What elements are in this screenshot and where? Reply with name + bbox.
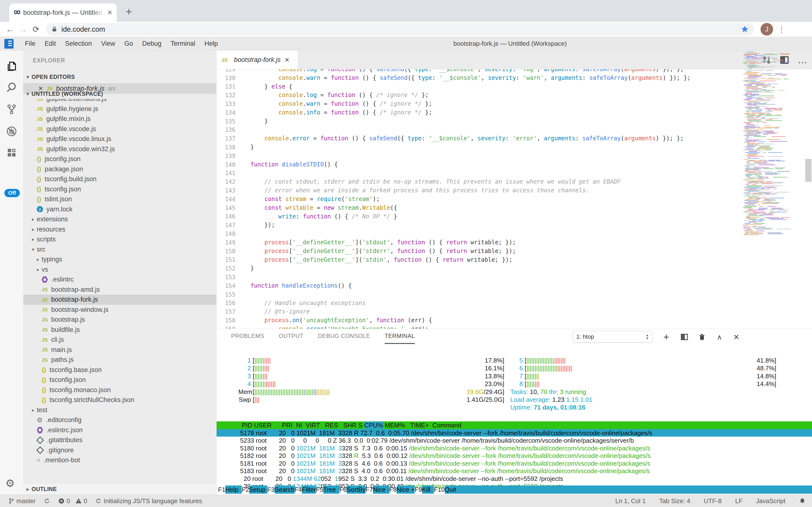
maximize-panel-icon[interactable]: ∧	[714, 331, 725, 342]
tab-size[interactable]: Tab Size: 4	[659, 497, 690, 505]
tree-item-gulpfile.hygiene.js[interactable]: JSgulpfile.hygiene.js	[23, 104, 216, 114]
tree-item-extensions[interactable]: ▸extensions	[23, 214, 216, 224]
sync-button[interactable]	[44, 498, 50, 504]
menu-debug[interactable]: Debug	[142, 40, 162, 47]
url-text[interactable]: ide.coder.com	[61, 25, 741, 34]
extensions-icon[interactable]	[6, 147, 17, 159]
tree-item-gulpfile.vscode.linux.js[interactable]: JSgulpfile.vscode.linux.js	[23, 134, 216, 144]
notifications-bell[interactable]	[799, 498, 806, 504]
forward-icon[interactable]: →	[16, 25, 29, 34]
more-actions-icon[interactable]: …	[798, 54, 808, 65]
tree-item-resources[interactable]: ▸resources	[23, 224, 216, 235]
tree-item-.eslintrc[interactable]: .eslintrc	[23, 275, 216, 285]
tree-item-gulpfile.extensions.js[interactable]: JSgulpfile.extensions.js	[23, 99, 216, 104]
problems-indicator[interactable]: 0 0	[58, 497, 87, 505]
panel-tab-output[interactable]: OUTPUT	[279, 329, 303, 344]
workspace-section[interactable]: ▾ UNTITLED (WORKSPACE)	[23, 89, 216, 99]
process-row[interactable]: 5233 root 20 0 0 0 0 Z 36.3 0.0 0:02.79 …	[216, 437, 812, 444]
process-row[interactable]: 5183 root 20 0 1021M 181M 3328 S 4.0 0.6…	[216, 467, 812, 475]
tree-item-src[interactable]: ▾src	[23, 244, 216, 255]
tree-item-typings[interactable]: ▸typings	[23, 255, 216, 265]
tree-item-buildfile.js[interactable]: JSbuildfile.js	[23, 325, 216, 335]
tree-item-.gitattributes[interactable]: .gitattributes	[23, 435, 216, 445]
menu-terminal[interactable]: Terminal	[171, 40, 195, 47]
encoding[interactable]: UTF-8	[704, 497, 722, 505]
bookmark-star-icon[interactable]	[741, 25, 749, 34]
new-tab-button[interactable]: +	[126, 6, 132, 17]
menu-go[interactable]: Go	[124, 40, 133, 47]
panel-tab-terminal[interactable]: TERMINAL	[385, 329, 415, 344]
open-editors-section[interactable]: ▾ OPEN EDITORS	[23, 72, 216, 82]
search-icon[interactable]	[6, 81, 17, 93]
close-panel-icon[interactable]: ✕	[731, 331, 742, 342]
tree-item-gulpfile.mixin.js[interactable]: JSgulpfile.mixin.js	[23, 114, 216, 124]
avatar[interactable]: J	[760, 23, 773, 36]
language-status[interactable]: Initializing JS/TS language features	[95, 497, 202, 505]
tree-item-bootstrap-window.js[interactable]: JSbootstrap-window.js	[23, 305, 216, 315]
menu-edit[interactable]: Edit	[45, 40, 56, 47]
editor-tab-close-icon[interactable]: ✕	[285, 57, 289, 63]
process-row[interactable]: 5178 root 20 0 1021M 181M 3328 R 72.7 0.…	[216, 429, 812, 437]
terminal-select[interactable]: 1: htop ▲▼	[573, 331, 652, 342]
tree-item-test[interactable]: ▸test	[23, 405, 216, 415]
tree-item-.editorconfig[interactable]: ⚙.editorconfig	[23, 415, 216, 425]
explorer-icon[interactable]	[6, 60, 17, 72]
tree-item-bootstrap-amd.js[interactable]: JSbootstrap-amd.js	[23, 285, 216, 295]
editor-scrollbar[interactable]	[805, 159, 812, 182]
tree-item-scripts[interactable]: ▸scripts	[23, 234, 216, 244]
kill-terminal-icon[interactable]	[696, 331, 707, 342]
cursor-position[interactable]: Ln 1, Col 1	[615, 497, 646, 505]
panel-tab-debug-console[interactable]: DEBUG CONSOLE	[318, 329, 370, 344]
tree-item-tsconfig.json[interactable]: {}tsconfig.json	[23, 184, 216, 194]
tree-item-bootstrap.js[interactable]: JSbootstrap.js	[23, 315, 216, 325]
source-control-icon[interactable]	[6, 103, 17, 115]
process-row[interactable]: 5181 root 20 0 1021M 181M 3328 S 4.6 0.6…	[216, 460, 812, 467]
app-logo-icon[interactable]	[4, 39, 13, 49]
manage-gear-icon[interactable]: ⚙	[5, 477, 15, 489]
browser-tab-close-icon[interactable]: ✕	[107, 9, 112, 16]
language-mode[interactable]: JavaScript	[756, 497, 786, 505]
panel-tab-problems[interactable]: PROBLEMS	[231, 329, 264, 344]
tree-item-tslint.json[interactable]: {}tslint.json	[23, 194, 216, 205]
outline-section[interactable]: ▸ OUTLINE	[23, 483, 216, 495]
reload-icon[interactable]: ⟳	[29, 24, 43, 34]
menu-selection[interactable]: Selection	[65, 40, 92, 47]
tree-item-gulpfile.vscode.js[interactable]: JSgulpfile.vscode.js	[23, 124, 216, 134]
process-row[interactable]: 5180 root 20 0 1021M 181M 3328 S 7.3 0.6…	[216, 444, 812, 452]
tree-item-.gitignore[interactable]: .gitignore	[23, 445, 216, 455]
tree-item-bootstrap-fork.js[interactable]: JSbootstrap-fork.js	[23, 295, 216, 305]
debug-disabled-icon[interactable]	[6, 125, 17, 137]
eol[interactable]: LF	[735, 497, 742, 505]
tree-item-gulpfile.vscode.win32.js[interactable]: JSgulpfile.vscode.win32.js	[23, 144, 216, 154]
tree-item-package.json[interactable]: {}package.json	[23, 164, 216, 174]
process-row[interactable]: 5182 root 20 0 1021M 181M 3328 R 5.3 0.6…	[216, 452, 812, 460]
menu-help[interactable]: Help	[204, 40, 218, 47]
menu-view[interactable]: View	[101, 40, 115, 47]
code-editor[interactable]: 129 console.log = function () { safeSend…	[216, 69, 812, 330]
tree-item-paths.js[interactable]: JSpaths.js	[23, 355, 216, 365]
tree-item-tsconfig.build.json[interactable]: {}tsconfig.build.json	[23, 174, 216, 184]
tree-item-cli.js[interactable]: JScli.js	[23, 335, 216, 345]
browser-menu-icon[interactable]: ⋮	[778, 25, 786, 34]
editor-tab[interactable]: JS bootstrap-fork.js ✕	[216, 51, 298, 69]
browser-tab[interactable]: bootstrap-fork.js — Untitled (W ✕	[9, 3, 117, 22]
terminal-content[interactable]: 1 [||||||||||17.8%]5 [||||||||||||||||||…	[238, 344, 812, 495]
tree-item-main.js[interactable]: JSmain.js	[23, 345, 216, 355]
tree-item-yarn.lock[interactable]: yyarn.lock	[23, 205, 216, 215]
tree-item-.mention-bot[interactable]: ≡.mention-bot	[23, 455, 216, 465]
tree-item-.eslintrc.json[interactable]: .eslintrc.json	[23, 425, 216, 435]
tree-item-jsconfig.json[interactable]: {}jsconfig.json	[23, 154, 216, 164]
process-row[interactable]: 20 root 20 0 1344M 62052 1952 S 3.3 0.2 …	[216, 475, 812, 483]
menu-file[interactable]: File	[25, 40, 36, 47]
tree-item-tsconfig.monaco.json[interactable]: {}tsconfig.monaco.json	[23, 385, 216, 395]
split-terminal-icon[interactable]	[679, 331, 690, 342]
telemetry-off-badge[interactable]: Off	[4, 189, 20, 197]
branch-indicator[interactable]: master	[8, 497, 36, 505]
new-terminal-icon[interactable]: +	[661, 331, 672, 342]
tree-item-vs[interactable]: ▸vs	[23, 265, 216, 275]
minimap[interactable]	[742, 51, 794, 235]
tree-item-tsconfig.base.json[interactable]: {}tsconfig.base.json	[23, 365, 216, 375]
tree-item-tsconfig.strictNullChecks.json[interactable]: {}tsconfig.strictNullChecks.json	[23, 395, 216, 405]
back-icon[interactable]: ←	[3, 25, 16, 34]
address-bar[interactable]: ide.coder.com	[46, 23, 754, 36]
